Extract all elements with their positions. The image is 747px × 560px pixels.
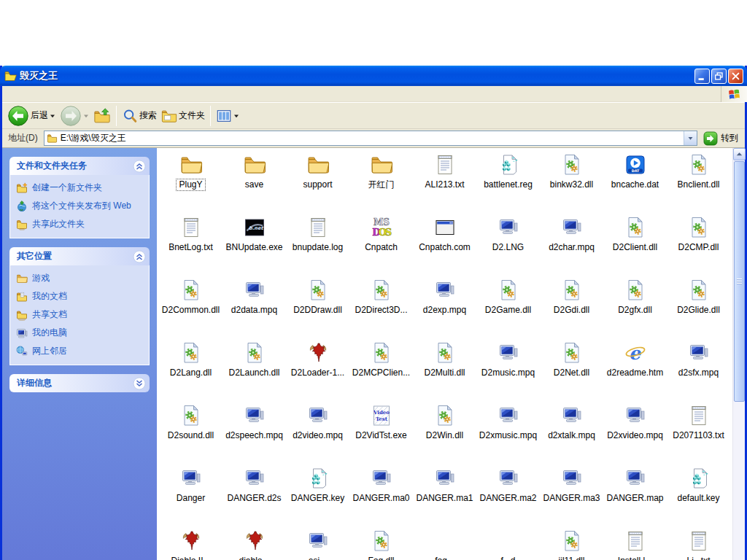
file-item[interactable]: D2Direct3D...	[349, 276, 413, 339]
file-item[interactable]: d2exp.mpq	[413, 276, 476, 339]
file-item[interactable]: support	[286, 151, 349, 214]
file-item[interactable]: DANGER.map	[603, 464, 667, 527]
file-list-area[interactable]: PlugY save support 开红门 ALI213.txt	[157, 148, 732, 560]
file-item[interactable]: DAT bncache.dat	[603, 151, 667, 214]
task-link[interactable]: 将这个文件夹发布到 Web	[16, 201, 146, 212]
file-item[interactable]: ALI213.txt	[413, 151, 476, 214]
panel-file-tasks-header[interactable]: 文件和文件夹任务	[9, 157, 150, 175]
file-item[interactable]: D2MCPClien...	[349, 339, 413, 402]
back-dropdown-icon[interactable]	[50, 113, 55, 119]
back-button[interactable]: 后退	[5, 105, 58, 127]
address-input[interactable]	[58, 133, 684, 144]
chevron-up-icon[interactable]	[133, 250, 146, 263]
file-item[interactable]: DANGER.ma1	[413, 464, 476, 527]
file-item[interactable]: Fog.dll	[349, 527, 413, 560]
file-item[interactable]: battlenet.reg	[476, 151, 540, 214]
file-item[interactable]: D2Multi.dll	[413, 339, 476, 402]
file-item[interactable]: d2char.mpq	[540, 214, 603, 276]
file-item[interactable]: D2gfx.dll	[603, 276, 667, 339]
place-link[interactable]: 我的文档	[16, 291, 146, 303]
file-item[interactable]: b.net BNUpdate.exe	[222, 214, 286, 276]
file-item[interactable]: D2Loader-1...	[286, 339, 349, 402]
file-item[interactable]: D2Glide.dll	[667, 276, 730, 339]
file-item[interactable]: D2.LNG	[476, 214, 540, 276]
search-button[interactable]: 搜索	[120, 108, 159, 124]
minimize-button[interactable]	[694, 69, 710, 84]
file-item[interactable]: Diablo II...	[159, 527, 222, 560]
file-item[interactable]: D2Gdi.dll	[540, 276, 603, 339]
file-item[interactable]: e d2readme.htm	[603, 339, 667, 402]
place-link[interactable]: 游戏	[16, 273, 146, 284]
file-item[interactable]: BnetLog.txt	[159, 214, 222, 276]
file-item[interactable]: ijl11.dll	[540, 527, 603, 560]
file-item[interactable]: D2xmusic.mpq	[476, 402, 540, 464]
file-item[interactable]: Cnpatch.com	[413, 214, 476, 276]
file-item[interactable]: D2music.mpq	[476, 339, 540, 402]
file-item[interactable]: DANGER.ma2	[476, 464, 540, 527]
file-item[interactable]: D2Game.dll	[476, 276, 540, 339]
file-item[interactable]: save	[222, 151, 286, 214]
menu-item[interactable]	[15, 92, 28, 96]
views-button[interactable]	[214, 108, 241, 124]
scroll-up-button[interactable]	[733, 148, 746, 160]
place-link[interactable]: 我的电脑	[16, 327, 146, 339]
file-item[interactable]: Danger	[159, 464, 222, 527]
file-item[interactable]: d2sfx.mpq	[667, 339, 730, 402]
file-item[interactable]: PlugY	[159, 151, 222, 214]
close-button[interactable]	[728, 69, 743, 84]
task-link[interactable]: 创建一个新文件夹	[16, 182, 146, 194]
file-item[interactable]: esi...	[286, 527, 349, 560]
file-item[interactable]: MSDOS Cnpatch	[349, 214, 413, 276]
views-dropdown-icon[interactable]	[233, 113, 239, 119]
file-item[interactable]: Li...txt	[667, 527, 730, 560]
file-item[interactable]: D2Win.dll	[413, 402, 476, 464]
menu-item[interactable]	[42, 92, 55, 96]
file-item[interactable]: D2Net.dll	[540, 339, 603, 402]
file-item[interactable]: d2xtalk.mpq	[540, 402, 603, 464]
file-item[interactable]: diablo...	[222, 527, 286, 560]
chevron-down-icon[interactable]	[133, 377, 146, 390]
vertical-scrollbar[interactable]	[732, 148, 745, 560]
file-item[interactable]: D2Client.dll	[603, 214, 667, 276]
file-item[interactable]: Install.l...	[603, 527, 667, 560]
file-item[interactable]: binkw32.dll	[540, 151, 603, 214]
file-item[interactable]: default.key	[667, 464, 730, 527]
forward-button[interactable]	[58, 105, 91, 127]
file-item[interactable]: bnupdate.log	[286, 214, 349, 276]
title-bar[interactable]: 毁灭之王	[0, 66, 747, 86]
folders-button[interactable]: 文件夹	[159, 108, 207, 124]
place-link[interactable]: 共享文档	[16, 309, 146, 321]
forward-dropdown-icon[interactable]	[83, 113, 89, 119]
file-item[interactable]: 开红门	[349, 151, 413, 214]
file-item[interactable]: D2DDraw.dll	[286, 276, 349, 339]
address-dropdown-button[interactable]	[684, 131, 697, 145]
file-item[interactable]: d2data.mpq	[222, 276, 286, 339]
menu-item[interactable]	[28, 92, 42, 96]
chevron-up-icon[interactable]	[133, 160, 146, 173]
file-item[interactable]: D2sound.dll	[159, 402, 222, 464]
up-button[interactable]	[91, 107, 113, 125]
menu-item[interactable]	[2, 92, 15, 96]
file-item[interactable]: VideoTest D2VidTst.exe	[349, 402, 413, 464]
panel-other-places-header[interactable]: 其它位置	[9, 247, 150, 265]
task-link[interactable]: 共享此文件夹	[16, 219, 146, 230]
panel-details-header[interactable]: 详细信息	[9, 374, 150, 392]
scrollbar-thumb[interactable]	[734, 161, 745, 402]
file-item[interactable]: D2Lang.dll	[159, 339, 222, 402]
file-item[interactable]: D2xvideo.mpq	[603, 402, 667, 464]
go-button[interactable]: 转到	[697, 131, 743, 146]
place-link[interactable]: 网上邻居	[16, 346, 146, 357]
file-item[interactable]: f...d	[476, 527, 540, 560]
file-item[interactable]: D2071103.txt	[667, 402, 730, 464]
file-item[interactable]: fog...	[413, 527, 476, 560]
file-item[interactable]: D2Common.dll	[159, 276, 222, 339]
restore-button[interactable]	[711, 69, 727, 84]
file-item[interactable]: DANGER.ma0	[349, 464, 413, 527]
file-item[interactable]: D2CMP.dll	[667, 214, 730, 276]
file-item[interactable]: D2Launch.dll	[222, 339, 286, 402]
menu-item[interactable]	[55, 92, 68, 96]
file-item[interactable]: d2speech.mpq	[222, 402, 286, 464]
file-item[interactable]: DANGER.ma3	[540, 464, 603, 527]
address-field[interactable]	[44, 131, 697, 146]
file-item[interactable]: Bnclient.dll	[667, 151, 730, 214]
